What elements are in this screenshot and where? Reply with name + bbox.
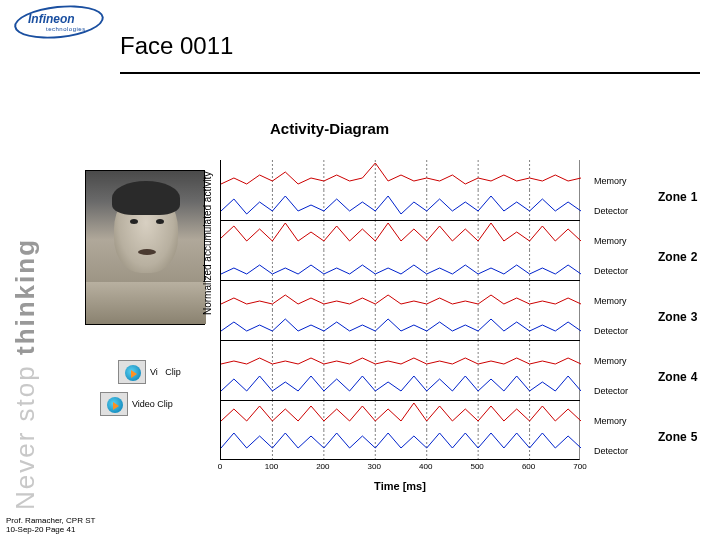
x-axis-label: Time [ms] xyxy=(220,480,580,506)
face-image xyxy=(85,170,205,325)
series-label: Memory xyxy=(594,176,627,186)
chart-title: Activity-Diagram xyxy=(270,120,389,137)
series-label: Detector xyxy=(594,266,628,276)
brand-logo: Infineon technologies xyxy=(8,4,108,40)
media-play-icon xyxy=(118,360,146,384)
brand-sub: technologies xyxy=(46,26,86,32)
video-clip-1[interactable]: Vi Clip xyxy=(100,360,181,384)
series-label: Detector xyxy=(594,446,628,456)
series-label: Memory xyxy=(594,296,627,306)
series-label: Detector xyxy=(594,326,628,336)
tagline-bold: thinking xyxy=(10,238,40,355)
tagline-prefix: stop xyxy=(10,355,40,421)
footer-line2: 10-Sep-20 Page 41 xyxy=(6,525,95,534)
zone-label: Zone5 xyxy=(658,430,697,444)
brand-name: Infineon xyxy=(28,12,75,26)
zone-label: Zone2 xyxy=(658,250,697,264)
footer-line1: Prof. Ramacher, CPR ST xyxy=(6,516,95,525)
slide-tagline: Never stop thinking xyxy=(10,238,41,510)
series-label: Memory xyxy=(594,236,627,246)
zone-label: Zone3 xyxy=(658,310,697,324)
title-rule xyxy=(120,72,700,74)
media-play-icon xyxy=(100,392,128,416)
x-axis-ticks: 0100200300400500600700 xyxy=(220,462,580,476)
y-axis-label: Normalized accumulated activity xyxy=(202,172,213,315)
series-label: Detector xyxy=(594,386,628,396)
video-clips: Vi Clip Video Clip xyxy=(100,360,181,424)
activity-diagram-plot: Normalized accumulated activity 01002003… xyxy=(210,150,590,480)
tagline-line1: Never xyxy=(10,431,40,510)
series-label: Memory xyxy=(594,416,627,426)
slide-footer: Prof. Ramacher, CPR ST 10-Sep-20 Page 41 xyxy=(6,516,95,534)
zone-label: Zone4 xyxy=(658,370,697,384)
page-title: Face 0011 xyxy=(120,32,233,60)
series-label: Detector xyxy=(594,206,628,216)
series-label: Memory xyxy=(594,356,627,366)
zone-label: Zone1 xyxy=(658,190,697,204)
video-clip-2[interactable]: Video Clip xyxy=(100,392,181,416)
